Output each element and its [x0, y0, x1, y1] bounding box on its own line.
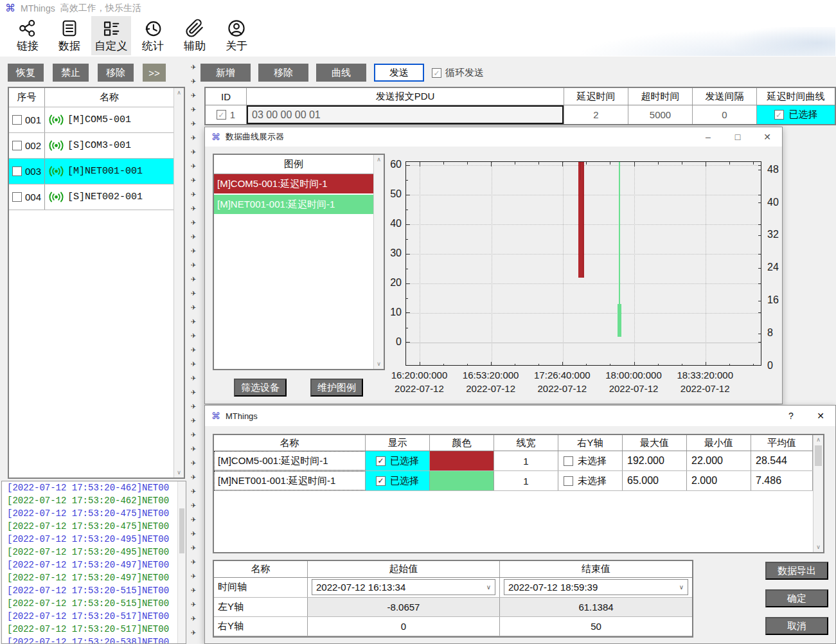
col-delay: 延迟时间	[564, 88, 628, 105]
export-data-button[interactable]: 数据导出	[765, 562, 828, 580]
right-axis-tick-label: 40	[767, 197, 779, 208]
splitter-handle-glyph: ✈	[191, 541, 196, 555]
scroll-up-icon[interactable]: ∧	[814, 435, 823, 445]
maintain-legend-button[interactable]: 维护图例	[310, 379, 363, 397]
scroll-down-icon[interactable]: ∨	[174, 468, 184, 478]
scroll-down-icon[interactable]: ∨	[374, 359, 384, 369]
timeout-cell[interactable]: 5000	[628, 105, 693, 124]
panel-splitter[interactable]: ✈✈✈✈✈✈✈✈✈✈✈✈✈✈✈✈✈✈✈✈✈✈✈✈✈✈✈✈✈✈✈✈✈✈✈✈✈✈✈✈…	[188, 60, 199, 644]
y-minor-tick	[406, 328, 408, 328]
pdu-input[interactable]: 03 00 00 00 01	[247, 105, 564, 124]
toolbar-item-数据[interactable]: 数据	[49, 16, 89, 55]
series-table-scrollbar[interactable]: ∧ ∨	[813, 435, 823, 552]
close-icon[interactable]: ✕	[752, 132, 782, 142]
series-linewidth-cell[interactable]: 1	[494, 471, 558, 490]
device-row-001[interactable]: 001[M]COM5-001	[9, 107, 173, 133]
cancel-button[interactable]: 取消	[765, 617, 828, 635]
device-row-003[interactable]: 003[M]NET001-001	[9, 159, 173, 184]
log-scrollbar[interactable]	[177, 481, 186, 643]
device-row-002[interactable]: 002[S]COM3-001	[9, 133, 173, 159]
send-table-row[interactable]: ✓ 1 03 00 00 00 01 2 5000 0 ✓ 已选择	[206, 105, 835, 124]
x-minor-tick	[729, 364, 730, 366]
y-tick	[758, 224, 761, 225]
delay-cell[interactable]: 2	[564, 105, 628, 124]
series-display-cell[interactable]: ✓已选择	[366, 451, 430, 470]
toolbar-item-关于[interactable]: 关于	[217, 16, 256, 55]
x-minor-tick	[538, 364, 539, 366]
time-axis-row: 时间轴 2022-07-12 16:13:34 ∨ 2022-07-12 18:…	[214, 578, 692, 597]
toolbar-item-label: 辅助	[184, 39, 206, 53]
splitter-handle-glyph: ✈	[191, 569, 196, 584]
toolbar-item-辅助[interactable]: 辅助	[175, 16, 215, 55]
send-button[interactable]: 发送	[374, 64, 424, 82]
close-icon[interactable]: ✕	[806, 411, 835, 421]
series-avg-cell: 28.544	[751, 451, 813, 470]
display-label: 已选择	[390, 475, 419, 487]
log-scroll-thumb[interactable]	[179, 508, 184, 553]
device-row-004[interactable]: 004[S]NET002-001	[9, 184, 173, 210]
toolbar-item-链接[interactable]: 链接	[8, 16, 48, 55]
maximize-icon[interactable]: □	[723, 132, 752, 142]
right-y-checkbox[interactable]	[564, 456, 573, 466]
series-burst	[580, 180, 582, 278]
toolbar-item-自定义[interactable]: 自定义	[91, 16, 131, 55]
expand-panel-button[interactable]: >>	[143, 64, 166, 82]
device-row-checkbox[interactable]	[12, 141, 22, 150]
remove-link-button[interactable]: 移除	[98, 64, 134, 82]
col-timeout: 超时时间	[628, 88, 693, 105]
display-checkbox[interactable]: ✓	[376, 456, 386, 466]
restore-button[interactable]: 恢复	[8, 64, 44, 82]
add-pdu-button[interactable]: 新增	[200, 64, 251, 82]
settings-dialog-title-bar[interactable]: ⌘ MThings ? ✕	[205, 406, 835, 426]
series-row[interactable]: [M]NET001-001:延迟时间-1✓已选择1未选择65.0002.0007…	[214, 471, 813, 491]
help-icon[interactable]: ?	[776, 411, 806, 421]
device-row-checkbox[interactable]	[12, 115, 22, 125]
message-log-panel[interactable]: [2022-07-12 17:53:20-462]NET00[2022-07-1…	[1, 481, 186, 644]
legend-item[interactable]: [M]NET001-001:延迟时间-1	[214, 195, 373, 214]
signal-icon	[48, 114, 65, 126]
scroll-up-icon[interactable]: ∧	[174, 88, 184, 98]
time-end-combobox[interactable]: 2022-07-12 18:59:39 ∨	[504, 579, 688, 595]
pdu-row-id-cell: ✓ 1	[206, 105, 247, 124]
curve-dialog-title-bar[interactable]: ⌘ 数据曲线展示器 – □ ✕	[205, 127, 782, 147]
remove-pdu-button[interactable]: 移除	[258, 64, 308, 82]
toolbar-item-统计[interactable]: 统计	[133, 16, 173, 55]
splitter-handle-glyph: ✈	[191, 60, 196, 75]
series-linewidth-cell[interactable]: 1	[494, 451, 558, 470]
series-right-y-cell[interactable]: 未选择	[558, 451, 623, 470]
loop-send-checkbox-box[interactable]: ✓	[432, 68, 441, 78]
x-minor-tick	[610, 364, 610, 366]
ok-button[interactable]: 确定	[765, 589, 828, 607]
filter-device-button[interactable]: 筛选设备	[234, 379, 287, 397]
device-row-checkbox[interactable]	[12, 192, 22, 202]
col-name: 名称	[214, 435, 366, 451]
series-scroll-thumb[interactable]	[815, 445, 822, 466]
scroll-down-icon[interactable]: ∨	[814, 542, 823, 552]
curve-cell-checkbox[interactable]: ✓	[774, 110, 784, 120]
right-y-end[interactable]: 50	[500, 617, 692, 636]
right-y-checkbox[interactable]	[564, 476, 573, 486]
minimize-icon[interactable]: –	[693, 132, 723, 142]
series-color-swatch[interactable]	[430, 471, 494, 490]
y-tick	[406, 342, 410, 343]
curve-cell[interactable]: ✓ 已选择	[757, 105, 835, 124]
device-table-scrollbar[interactable]: ∧ ∨	[173, 88, 184, 478]
left-axis-tick-label: 10	[367, 307, 402, 318]
forbid-button[interactable]: 禁止	[53, 64, 89, 82]
right-y-start[interactable]: 0	[308, 617, 500, 636]
series-row[interactable]: [M]COM5-001:延迟时间-1✓已选择1未选择192.00022.0002…	[214, 451, 813, 471]
y-tick	[758, 312, 761, 313]
interval-cell[interactable]: 0	[693, 105, 757, 124]
device-row-checkbox[interactable]	[12, 166, 22, 176]
time-start-combobox[interactable]: 2022-07-12 16:13:34 ∨	[312, 579, 495, 595]
loop-send-checkbox[interactable]: ✓ 循环发送	[432, 67, 484, 79]
series-right-y-cell[interactable]: 未选择	[558, 471, 623, 490]
curve-button[interactable]: 曲线	[316, 64, 366, 82]
device-row-index: 004	[25, 192, 41, 202]
legend-item[interactable]: [M]COM5-001:延迟时间-1	[214, 174, 373, 193]
pdu-row-checkbox[interactable]: ✓	[217, 110, 226, 120]
series-display-cell[interactable]: ✓已选择	[366, 471, 430, 490]
display-checkbox[interactable]: ✓	[376, 476, 386, 486]
series-color-swatch[interactable]	[430, 451, 494, 470]
chart-plot[interactable]	[405, 161, 761, 366]
